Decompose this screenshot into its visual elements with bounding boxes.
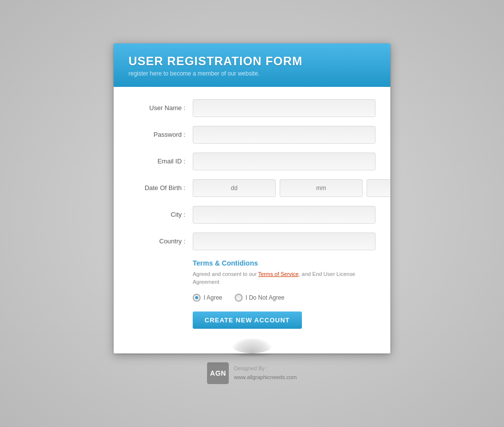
terms-section: Terms & Contidions Agreed and consent to… — [128, 259, 376, 286]
email-label: Email ID : — [128, 157, 193, 165]
form-header: USER REGISTRATION FORM register here to … — [114, 43, 390, 87]
disagree-label: I Do Not Agree — [246, 294, 285, 301]
username-input[interactable] — [193, 99, 376, 117]
password-row: Password : — [128, 126, 376, 144]
terms-text: Agreed and consent to our Terms of Servi… — [193, 270, 376, 286]
form-title: USER REGISTRATION FORM — [128, 54, 376, 68]
dob-label: Date Of Birth : — [128, 184, 193, 192]
dob-row: Date Of Birth : — [128, 179, 376, 197]
password-label: Password : — [128, 131, 193, 138]
city-label: City : — [128, 211, 193, 218]
agn-logo: AGN — [207, 362, 229, 384]
disagree-radio[interactable] — [235, 294, 243, 302]
terms-heading: Terms & Contidions — [193, 259, 376, 267]
footer: AGN Designed By : www.allgraphicneeds.co… — [207, 362, 296, 384]
agreement-radio-section: I Agree I Do Not Agree — [128, 294, 376, 302]
city-input[interactable] — [193, 206, 376, 224]
website-url: www.allgraphicneeds.com — [234, 373, 296, 382]
dob-month-input[interactable] — [280, 179, 363, 197]
disagree-option[interactable]: I Do Not Agree — [235, 294, 285, 302]
country-input[interactable] — [193, 233, 376, 250]
email-input[interactable] — [193, 153, 376, 170]
registration-form-card: USER REGISTRATION FORM register here to … — [114, 43, 390, 353]
terms-of-service-link[interactable]: Terms of Service — [258, 271, 299, 277]
country-row: Country : — [128, 233, 376, 250]
country-label: Country : — [128, 237, 193, 245]
city-row: City : — [128, 206, 376, 224]
create-account-button[interactable]: CREATE NEW ACCOUNT — [193, 311, 302, 329]
username-label: User Name : — [128, 104, 193, 112]
agree-option[interactable]: I Agree — [193, 294, 222, 302]
email-row: Email ID : — [128, 153, 376, 170]
agree-label: I Agree — [204, 294, 222, 301]
form-body: User Name : Password : Email ID : Date O… — [114, 87, 390, 353]
terms-text-before: Agreed and consent to our — [193, 271, 258, 277]
submit-section: CREATE NEW ACCOUNT — [128, 311, 376, 329]
dob-day-input[interactable] — [193, 179, 276, 197]
password-input[interactable] — [193, 126, 376, 144]
dob-fields — [193, 179, 390, 197]
dob-year-input[interactable] — [367, 179, 390, 197]
username-row: User Name : — [128, 99, 376, 117]
footer-text: Designed By : www.allgraphicneeds.com — [234, 364, 296, 382]
designed-by-label: Designed By : — [234, 364, 296, 373]
agree-radio[interactable] — [193, 294, 201, 302]
form-subtitle: register here to become a member of our … — [128, 70, 376, 77]
